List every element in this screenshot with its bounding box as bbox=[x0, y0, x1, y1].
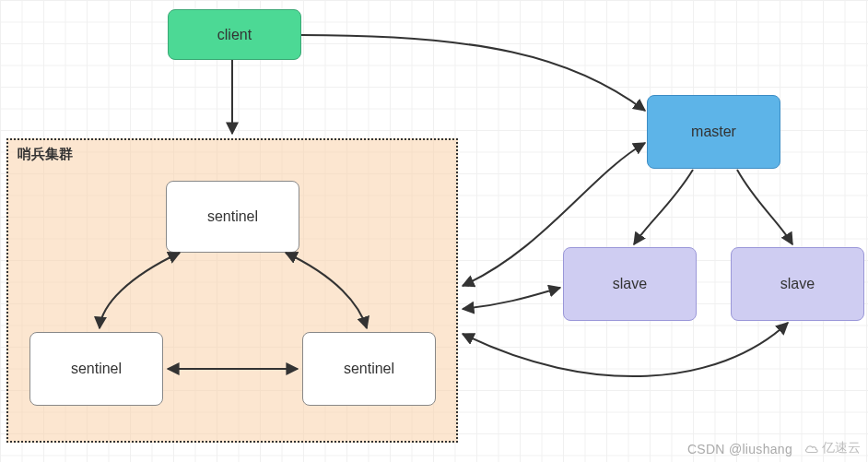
node-label: client bbox=[217, 27, 252, 43]
node-label: sentinel bbox=[344, 361, 394, 377]
edge-master-slave2 bbox=[737, 170, 792, 244]
node-client: client bbox=[168, 9, 301, 60]
node-sentinel-bl: sentinel bbox=[29, 332, 163, 406]
edge-group-slave2 bbox=[463, 323, 788, 376]
node-slave-2: slave bbox=[731, 247, 864, 321]
group-title: 哨兵集群 bbox=[18, 146, 73, 163]
edge-group-slave1 bbox=[463, 288, 560, 309]
edge-client-master bbox=[301, 35, 645, 111]
watermark-brand-text: 亿速云 bbox=[822, 440, 861, 455]
node-label: sentinel bbox=[207, 208, 258, 225]
node-label: sentinel bbox=[71, 361, 122, 377]
node-slave-1: slave bbox=[563, 247, 697, 321]
node-label: master bbox=[691, 124, 736, 140]
node-sentinel-br: sentinel bbox=[302, 332, 436, 406]
edge-master-slave1 bbox=[634, 170, 693, 244]
watermark-brand: 亿速云 bbox=[803, 440, 861, 456]
node-master: master bbox=[647, 95, 780, 169]
diagram-canvas: 哨兵集群 client master slave slave sentinel … bbox=[0, 0, 868, 462]
node-label: slave bbox=[780, 276, 815, 292]
node-label: slave bbox=[613, 276, 647, 292]
watermark-csdn: CSDN @liushang bbox=[687, 442, 792, 456]
node-sentinel-top: sentinel bbox=[166, 181, 299, 253]
cloud-icon bbox=[803, 443, 820, 454]
